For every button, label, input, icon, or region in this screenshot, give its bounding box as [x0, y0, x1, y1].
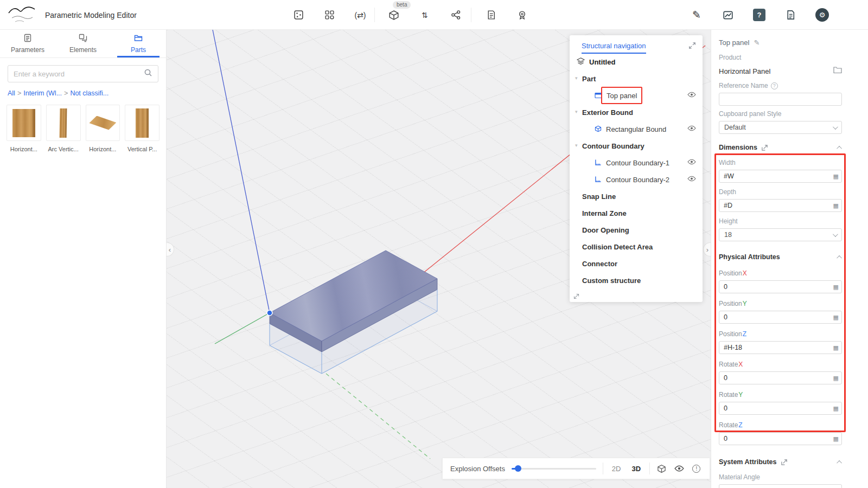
cupboard-style-select[interactable]: Default	[719, 121, 842, 134]
elements-icon	[79, 34, 87, 44]
caret-icon[interactable]: ▾	[575, 143, 578, 148]
tree-item-rectangular-bound[interactable]: Rectangular Bound	[570, 121, 703, 138]
visibility-toggle-eye-icon[interactable]	[687, 92, 696, 98]
material-angle-input[interactable]	[719, 484, 842, 488]
question-icon[interactable]: ?	[771, 82, 778, 89]
tree-group-door-opening[interactable]: Door Opening	[570, 222, 703, 239]
part-label: Horizont...	[7, 146, 41, 152]
breadcrumb-link[interactable]: Interim (Wl...	[23, 89, 62, 97]
topbar: Parametric Modeling Editor (⇄) beta ⇅	[0, 0, 868, 30]
ruler-icon	[595, 175, 602, 185]
height-label: Height	[719, 217, 842, 225]
inherit-icon[interactable]	[781, 459, 788, 466]
expand-panel-icon[interactable]	[688, 42, 696, 49]
annotate-pencil-icon[interactable]: ✎	[690, 9, 703, 22]
part-card-arc-vertical[interactable]: Arc Vertic...	[46, 105, 81, 152]
tree-group-exterior-bound[interactable]: ▾ Exterior Bound	[570, 104, 703, 121]
formula-icon[interactable]: ▦	[833, 282, 839, 291]
collapse-dimensions-icon[interactable]	[837, 145, 842, 151]
position-x-input[interactable]	[719, 280, 842, 293]
visibility-toggle-eye-icon[interactable]	[687, 159, 696, 165]
visibility-toggle-eye-icon[interactable]	[687, 176, 696, 182]
breadcrumb-link[interactable]: Not classifi...	[70, 89, 108, 97]
depth-label: Depth	[719, 188, 842, 196]
swap-constraints-icon[interactable]: (⇄)	[354, 9, 367, 22]
formula-icon[interactable]: ▦	[833, 172, 839, 181]
formula-icon[interactable]: ▦	[833, 374, 839, 382]
search-input[interactable]	[14, 70, 144, 78]
width-input[interactable]	[719, 170, 842, 183]
position-z-input[interactable]	[719, 341, 842, 354]
formula-icon[interactable]: ▦	[833, 404, 839, 413]
formula-icon[interactable]: ▦	[833, 313, 839, 322]
tree-group-custom-structure[interactable]: Custom structure	[570, 272, 703, 289]
folder-icon[interactable]	[833, 66, 842, 76]
formula-icon[interactable]: ▦	[833, 434, 839, 443]
rotate-x-input[interactable]	[719, 371, 842, 384]
breadcrumb-link[interactable]: All	[8, 89, 15, 97]
part-label: Vertical P...	[125, 146, 159, 152]
height-select[interactable]: 18	[719, 228, 842, 241]
toolbar-group-document	[484, 0, 528, 30]
part-label: Arc Vertic...	[46, 146, 81, 152]
search-icon[interactable]	[144, 68, 152, 79]
dice-icon[interactable]	[292, 9, 305, 22]
rotate-object-icon[interactable]: ⇅	[418, 9, 431, 22]
document-edit-icon[interactable]	[484, 9, 497, 22]
tree-group-collision-detect-area[interactable]: Collision Detect Area	[570, 239, 703, 255]
tab-label: Elements	[69, 46, 97, 54]
nodes-icon[interactable]	[449, 9, 462, 22]
visibility-toggle-eye-icon[interactable]	[687, 125, 696, 131]
part-card-horizontal-2[interactable]: Horizont...	[86, 105, 120, 152]
warning-icon[interactable]: !	[691, 463, 702, 474]
tree-item-untitled[interactable]: Untitled	[570, 54, 703, 70]
tree-group-connector[interactable]: Connector	[570, 255, 703, 272]
tab-parts[interactable]: Parts	[111, 30, 166, 57]
parameters-icon	[23, 34, 32, 44]
explosion-slider[interactable]	[512, 464, 596, 473]
vertex-handle[interactable]	[267, 310, 272, 316]
slider-track[interactable]	[512, 468, 596, 470]
tree-group-snap-line[interactable]: Snap Line	[570, 188, 703, 205]
inherit-icon[interactable]	[761, 144, 768, 151]
depth-input[interactable]	[719, 199, 842, 212]
seal-icon[interactable]	[515, 9, 528, 22]
formula-icon[interactable]: ▦	[833, 201, 839, 210]
caret-icon[interactable]: ▾	[575, 109, 578, 114]
help-icon[interactable]: ?	[753, 9, 765, 21]
toolbar-divider	[603, 463, 603, 474]
file-icon[interactable]	[784, 9, 797, 22]
tab-elements[interactable]: Elements	[55, 30, 111, 57]
snapshot-icon[interactable]	[722, 9, 735, 22]
tree-item-top-panel[interactable]: Top panel	[570, 87, 703, 104]
pattern-icon[interactable]	[323, 9, 336, 22]
axonometric-cube-icon[interactable]	[656, 463, 667, 474]
tree-group-part[interactable]: ▾ Part	[570, 70, 703, 87]
collapse-physical-icon[interactable]	[837, 255, 842, 260]
formula-icon[interactable]: ▦	[833, 343, 839, 352]
reference-name-input[interactable]	[719, 93, 842, 106]
caret-icon[interactable]: ▾	[575, 75, 578, 81]
resize-handle-icon[interactable]	[573, 293, 580, 300]
slider-handle[interactable]	[515, 465, 521, 472]
physical-attributes-title: Physical Attributes	[719, 253, 780, 261]
product-value: Horizontal Panel	[719, 67, 770, 75]
mode-2d-button[interactable]: 2D	[610, 465, 623, 473]
part-card-vertical[interactable]: Vertical P...	[125, 105, 159, 152]
tree-item-contour-boundary-2[interactable]: Contour Boundary-2	[570, 171, 703, 188]
mode-3d-button[interactable]: 3D	[629, 465, 643, 473]
position-y-input[interactable]	[719, 311, 842, 324]
settings-gear-icon[interactable]: ⚙	[815, 8, 829, 22]
rotate-z-input[interactable]	[719, 432, 842, 445]
collapse-system-icon[interactable]	[837, 460, 842, 465]
part-card-horizontal[interactable]: Horizont...	[7, 105, 41, 152]
rename-pencil-icon[interactable]: ✎	[754, 38, 760, 47]
rotate-y-input[interactable]	[719, 402, 842, 415]
tree-group-internal-zone[interactable]: Internal Zone	[570, 205, 703, 222]
toolbar-group-right: ✎ ? ⚙	[690, 0, 829, 30]
tab-parameters[interactable]: Parameters	[0, 30, 55, 57]
visibility-eye-icon[interactable]	[674, 463, 685, 474]
tree-group-contour-boundary[interactable]: ▾ Contour Boundary	[570, 138, 703, 155]
tree-item-contour-boundary-1[interactable]: Contour Boundary-1	[570, 155, 703, 171]
cube-beta-icon[interactable]: beta	[387, 9, 400, 22]
